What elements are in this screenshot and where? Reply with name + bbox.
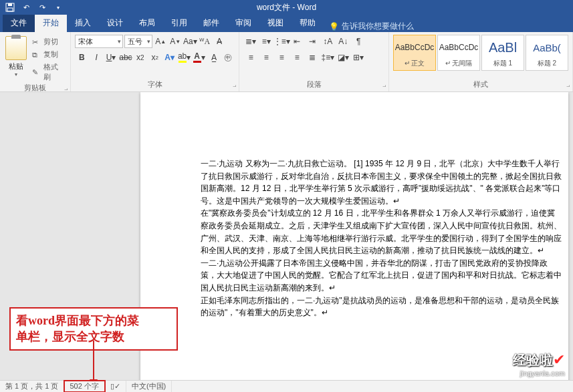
ribbon: 粘贴 ▾ ✂剪切 ⧉复制 ✎格式刷 剪贴板 宋体 五号 A▲ A▼ Aa▾ ᵂA… [0,32,573,92]
borders-button[interactable]: ⊞▾ [351,51,366,64]
style-preview: AaBb( [528,37,566,58]
status-lang-label: 中文(中国) [132,381,166,391]
tab-file[interactable]: 文件 [3,15,35,32]
style-preview: AaBbCcDc [395,37,434,58]
change-case-button[interactable]: Aa▾ [183,35,197,48]
strikethrough-button[interactable]: abc [119,51,132,64]
shrink-font-button[interactable]: A▼ [168,35,182,48]
align-right-button[interactable]: ≡ [274,51,289,64]
scissors-icon: ✂ [32,38,41,46]
status-words-label: 502 个字 [70,381,98,391]
subscript-button[interactable]: x2 [134,51,147,64]
font-size-combo[interactable]: 五号 [124,35,152,48]
status-word-count[interactable]: 502 个字 [64,381,104,392]
qat-more-icon[interactable]: ▾ [51,1,66,14]
group-clipboard: 粘贴 ▾ ✂剪切 ⧉复制 ✎格式刷 剪贴板 [0,32,71,91]
tab-mail[interactable]: 邮件 [195,15,227,32]
numbering-button[interactable]: ≡▾ [259,35,273,48]
bullets-button[interactable]: ≣▾ [243,35,258,48]
save-icon[interactable] [3,1,17,14]
font-name-combo[interactable]: 宋体 [75,35,123,48]
paragraph[interactable]: 一二·九运动公开揭露了日本帝国主义侵略中国，并吞华北的阴谋，打击了国民党政府的妥… [201,257,562,295]
shading-button[interactable]: ◪▾ [336,51,350,64]
svg-rect-2 [7,8,13,11]
style-name: 标题 2 [528,58,566,69]
copy-icon: ⧉ [32,51,41,59]
phonetic-guide-button[interactable]: ᵂA [198,35,211,48]
bold-button[interactable]: B [75,51,88,64]
status-language[interactable]: 中文(中国) [126,381,172,392]
paste-button[interactable]: 粘贴 ▾ [4,35,28,77]
highlight-button[interactable]: ab▾ [178,51,191,64]
undo-icon[interactable]: ↶ [19,1,33,14]
brush-icon: ✎ [32,68,41,76]
style-normal[interactable]: AaBbCcDc ↵ 正文 [393,35,436,71]
tab-home[interactable]: 开始 [35,15,67,32]
callout-line2: 单栏，显示全文字数 [16,329,171,345]
status-proofing[interactable]: ▯✓ [105,381,126,392]
tell-me-search[interactable]: 💡 告诉我你想要做什么 [324,21,419,32]
group-paragraph: ≣▾ ≡▾ ⋮≡▾ ⇤ ⇥ ↕A A↓ ¶ ≡ ≡ ≡ ≡ ≣ ‡≡▾ ◪▾ ⊞… [239,32,389,91]
char-border-button[interactable]: A̲ [207,51,221,64]
paragraph[interactable]: 正如毛泽东同志所指出的，一二·九运动"是抗战动员的运动，是准备思想和干部的运动，… [201,295,562,319]
copy-button[interactable]: ⧉复制 [31,49,67,60]
paragraph-group-label: 段落 [243,79,384,90]
svg-rect-1 [8,3,12,6]
tab-layout[interactable]: 布局 [131,15,163,32]
title-bar: ↶ ↷ ▾ word文件 - Word [0,0,573,15]
fmt-label: 格式刷 [43,62,66,82]
sort-button[interactable]: A↓ [336,35,350,48]
tab-help[interactable]: 帮助 [292,15,324,32]
style-heading2[interactable]: AaBb( 标题 2 [526,35,568,71]
cut-label: 剪切 [43,37,58,47]
group-font: 宋体 五号 A▲ A▼ Aa▾ ᵂA A̶ B I U▾ abc x2 x2 A… [71,32,239,91]
redo-icon[interactable]: ↷ [35,1,49,14]
tab-references[interactable]: 引用 [163,15,195,32]
style-heading1[interactable]: AaBl 标题 1 [481,35,524,71]
document-body[interactable]: 一二·九运动 又称为一二·九抗日救亡运动。 [1] 1935 年 12 月 9 … [201,158,562,319]
format-painter-button[interactable]: ✎格式刷 [31,61,67,83]
annotation-callout: 看word界面最下方的菜 单栏，显示全文字数 [9,307,178,351]
book-icon: ▯✓ [110,382,120,391]
paragraph[interactable]: 在"冀察政务委员会"计划成立的 12 月 16 日，北平学生和各界群众 1 万余… [201,207,562,256]
paste-label: 粘贴 [4,61,28,71]
window-title: word文件 - Word [257,2,316,13]
distribute-button[interactable]: ≣ [305,51,320,64]
show-marks-button[interactable]: ¶ [351,35,366,48]
text-effects-button[interactable]: A▾ [163,51,177,64]
clear-formatting-button[interactable]: A̶ [213,35,226,48]
align-center-button[interactable]: ≡ [259,51,273,64]
callout-line1: 看word界面最下方的菜 [16,313,171,329]
line-spacing-button[interactable]: ‡≡▾ [320,51,335,64]
group-styles: AaBbCcDc ↵ 正文 AaBbCcDc ↵ 无间隔 AaBl 标题 1 A… [389,32,573,91]
copy-label: 复制 [43,49,58,59]
style-nospacing[interactable]: AaBbCcDc ↵ 无间隔 [437,35,480,71]
underline-button[interactable]: U▾ [104,51,118,64]
justify-button[interactable]: ≡ [290,51,304,64]
quick-access-toolbar: ↶ ↷ ▾ [3,1,66,14]
decrease-indent-button[interactable]: ⇤ [290,35,304,48]
style-name: ↵ 无间隔 [439,58,478,69]
status-bar: 第 1 页，共 1 页 502 个字 ▯✓ 中文(中国) [0,380,573,392]
status-page-label: 第 1 页，共 1 页 [5,381,58,391]
cut-button[interactable]: ✂剪切 [31,36,67,47]
tab-view[interactable]: 视图 [259,15,292,32]
grow-font-button[interactable]: A▲ [154,35,167,48]
paste-icon [5,36,27,60]
tab-insert[interactable]: 插入 [67,15,99,32]
tab-review[interactable]: 审阅 [227,15,259,32]
styles-group-label: 样式 [393,79,568,90]
enclose-char-button[interactable]: ㊥ [221,51,235,64]
multilevel-button[interactable]: ⋮≡▾ [274,35,289,48]
increase-indent-button[interactable]: ⇥ [305,35,320,48]
lightbulb-icon: 💡 [329,22,339,31]
superscript-button[interactable]: x2 [148,51,162,64]
italic-button[interactable]: I [90,51,103,64]
align-left-button[interactable]: ≡ [243,51,258,64]
style-preview: AaBbCcDc [439,37,478,58]
font-color-button[interactable]: A▾ [193,51,206,64]
text-direction-button[interactable]: ↕A [320,35,335,48]
status-page[interactable]: 第 1 页，共 1 页 [0,381,64,392]
paragraph[interactable]: 一二·九运动 又称为一二·九抗日救亡运动。 [1] 1935 年 12 月 9 … [201,158,562,207]
tab-design[interactable]: 设计 [99,15,131,32]
